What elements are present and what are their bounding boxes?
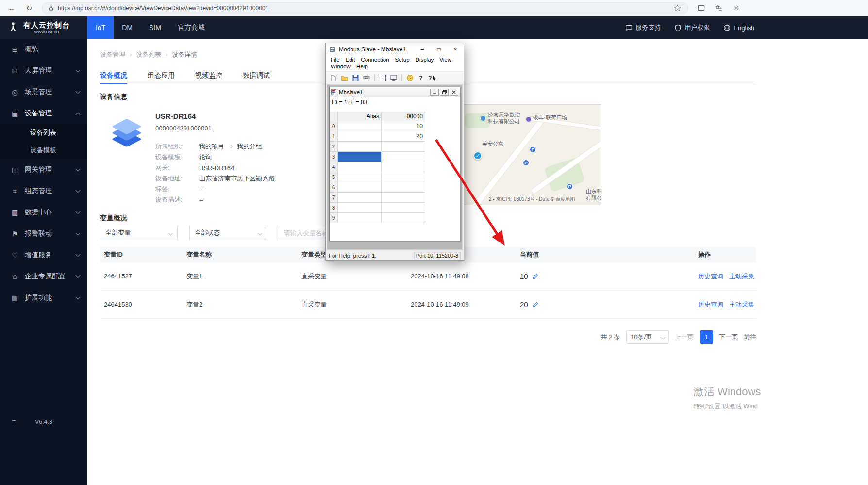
sidebar-item-value-added[interactable]: ♡ 增值服务 <box>0 244 87 266</box>
baidu-map[interactable]: 济南辰华数控科技有限公司 银丰·联荷广场 美安公寓 ✓ P P P 山东科有限公… <box>460 104 601 205</box>
split-screen-icon[interactable] <box>696 3 706 13</box>
menu-help[interactable]: Help <box>353 63 371 70</box>
sidebar-item-device-list[interactable]: 设备列表 <box>0 124 87 142</box>
logo[interactable]: 有人云控制台 www.usr.cn <box>0 16 87 39</box>
alias-cell[interactable] <box>338 182 382 193</box>
modbus-slave-window[interactable]: Modbus Slave - Mbslave1 – □ × File Edit … <box>325 43 464 261</box>
child-restore-button[interactable] <box>440 89 449 96</box>
row-number[interactable]: 8 <box>330 203 338 213</box>
row-number[interactable]: 0 <box>330 121 338 131</box>
menu-connection[interactable]: Connection <box>358 56 392 63</box>
row-number[interactable]: 7 <box>330 193 338 203</box>
org-project[interactable]: 我的项目 <box>199 142 224 151</box>
next-page-button[interactable]: 下一页 <box>719 333 738 341</box>
display-window-icon[interactable] <box>389 73 399 83</box>
variable-type-select[interactable]: 全部变量 <box>100 226 178 240</box>
top-tab-iot[interactable]: IoT <box>87 16 114 39</box>
print-icon[interactable] <box>362 73 371 83</box>
company-poi-icon[interactable] <box>480 115 486 121</box>
page-number-1[interactable]: 1 <box>700 330 713 344</box>
sidebar-item-config-mgmt[interactable]: ⌗ 组态管理 <box>0 180 87 202</box>
breadcrumb-device-list[interactable]: 设备列表 <box>136 50 161 59</box>
row-number[interactable]: 1 <box>330 131 338 142</box>
row-number[interactable]: 5 <box>330 172 338 182</box>
close-button[interactable]: × <box>447 43 464 56</box>
setup-grid-icon[interactable] <box>378 73 387 83</box>
alias-cell[interactable] <box>338 121 382 131</box>
page-size-select[interactable]: 10条/页 <box>626 330 669 344</box>
menu-file[interactable]: File <box>328 56 343 63</box>
modbus-titlebar[interactable]: Modbus Slave - Mbslave1 – □ × <box>326 43 464 56</box>
sidebar-item-overview[interactable]: ⊞ 概览 <box>0 39 87 60</box>
browser-settings-icon[interactable] <box>731 3 741 13</box>
sidebar-item-alarm-linkage[interactable]: ⚑ 报警联动 <box>0 223 87 244</box>
edit-pencil-icon[interactable] <box>532 301 539 308</box>
child-minimize-button[interactable] <box>430 89 439 96</box>
address-bar[interactable]: https://mp.usr.cn/#/cloud/device/ViewDev… <box>42 2 688 14</box>
new-file-icon[interactable] <box>328 73 338 83</box>
grid-header-00000[interactable]: 00000 <box>382 112 425 121</box>
prev-page-button[interactable]: 上一页 <box>675 333 694 341</box>
value-cell[interactable]: 20 <box>382 131 425 142</box>
refresh-icon[interactable]: ↻ <box>24 3 34 13</box>
menu-display[interactable]: Display <box>413 56 437 63</box>
language-switch[interactable]: English <box>723 24 754 32</box>
active-collect-link[interactable]: 主动采集 <box>729 300 754 309</box>
history-query-link[interactable]: 历史查询 <box>698 272 723 281</box>
active-collect-link[interactable]: 主动采集 <box>729 272 754 281</box>
top-tab-mall[interactable]: 官方商城 <box>169 16 213 39</box>
mbslave1-child-window[interactable]: Mbslave1 ID = 1: F = 03 Ali <box>329 87 460 241</box>
top-tab-dm[interactable]: DM <box>114 16 141 39</box>
child-titlebar[interactable]: Mbslave1 <box>330 87 460 97</box>
tab-video-monitor[interactable]: 视频监控 <box>195 67 222 84</box>
top-tab-sim[interactable]: SIM <box>141 16 169 39</box>
tab-data-debug[interactable]: 数据调试 <box>243 67 270 84</box>
row-number[interactable]: 2 <box>330 142 338 152</box>
open-file-icon[interactable] <box>339 73 349 83</box>
alias-cell[interactable] <box>338 203 382 213</box>
context-help-icon[interactable]: ? <box>427 73 437 83</box>
sidebar-item-device-template[interactable]: 设备模板 <box>0 142 87 159</box>
alias-cell[interactable] <box>338 193 382 203</box>
favorites-bar-icon[interactable] <box>714 3 723 13</box>
history-query-link[interactable]: 历史查询 <box>698 300 723 309</box>
menu-edit[interactable]: Edit <box>343 56 358 63</box>
maximize-button[interactable]: □ <box>431 43 447 56</box>
sidebar-item-scene-mgmt[interactable]: ◎ 场景管理 <box>0 81 87 103</box>
row-number[interactable]: 4 <box>330 162 338 172</box>
save-file-icon[interactable] <box>351 73 360 83</box>
back-icon[interactable]: ← <box>7 3 17 13</box>
bookmark-star-icon[interactable] <box>672 3 682 13</box>
row-number[interactable]: 3 <box>330 152 338 162</box>
value-cell[interactable] <box>382 172 425 182</box>
value-cell[interactable] <box>382 152 425 162</box>
value-cell[interactable] <box>382 142 425 152</box>
edit-pencil-icon[interactable] <box>532 273 539 280</box>
org-group[interactable]: 我的分组 <box>237 142 262 151</box>
value-cell[interactable] <box>382 162 425 172</box>
row-number[interactable]: 6 <box>330 182 338 193</box>
minimize-button[interactable]: – <box>414 43 431 56</box>
clock-icon[interactable] <box>405 73 415 83</box>
tab-device-overview[interactable]: 设备概况 <box>100 67 127 84</box>
sidebar-item-screen-mgmt[interactable]: ⊡ 大屏管理 <box>0 60 87 81</box>
collapse-sidebar-icon[interactable]: ≡ <box>12 418 16 426</box>
tab-scada-app[interactable]: 组态应用 <box>148 67 175 84</box>
value-cell[interactable] <box>382 182 425 193</box>
mall-poi-icon[interactable] <box>526 116 532 122</box>
variable-status-select[interactable]: 全部状态 <box>189 226 267 240</box>
help-icon[interactable]: ? <box>416 73 426 83</box>
value-cell[interactable] <box>382 203 425 213</box>
sidebar-item-device-mgmt[interactable]: ▣ 设备管理 <box>0 103 87 124</box>
alias-cell[interactable] <box>338 162 382 172</box>
child-close-button[interactable] <box>450 89 458 96</box>
value-cell[interactable] <box>382 193 425 203</box>
parking-icon[interactable]: P <box>523 160 529 166</box>
value-cell[interactable]: 10 <box>382 121 425 131</box>
service-support[interactable]: 服务支持 <box>625 23 661 32</box>
menu-window[interactable]: Window <box>328 63 353 70</box>
grid-header-alias[interactable]: Alias <box>338 112 382 121</box>
parking-icon[interactable]: P <box>530 146 536 153</box>
alias-cell[interactable] <box>338 213 382 223</box>
value-cell[interactable] <box>382 213 425 223</box>
